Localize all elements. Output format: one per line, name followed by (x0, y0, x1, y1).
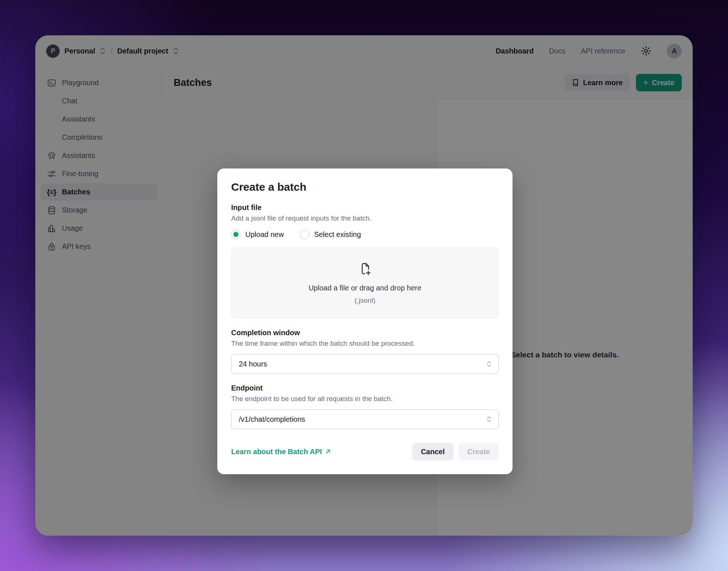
radio-upload-new[interactable]: Upload new (231, 230, 284, 239)
radio-circle-icon (231, 230, 241, 239)
completion-window-description: The time frame within which the batch sh… (231, 340, 499, 348)
input-file-label: Input file (231, 203, 499, 212)
modal-title: Create a batch (231, 181, 499, 193)
dropzone-text: Upload a file or drag and drop here (308, 284, 421, 292)
batch-api-docs-link[interactable]: Learn about the Batch API (231, 448, 331, 456)
file-dropzone[interactable]: Upload a file or drag and drop here (.js… (231, 247, 499, 318)
completion-window-section: Completion window The time frame within … (231, 329, 499, 374)
endpoint-label: Endpoint (231, 384, 499, 392)
completion-window-select[interactable]: 24 hours (231, 354, 499, 374)
endpoint-section: Endpoint The endpoint to be used for all… (231, 384, 499, 429)
cancel-button[interactable]: Cancel (412, 443, 454, 460)
input-file-section: Input file Add a jsonl file of request i… (231, 203, 499, 318)
chevron-updown-icon (486, 415, 492, 423)
file-plus-icon (357, 261, 373, 277)
endpoint-description: The endpoint to be used for all requests… (231, 395, 499, 403)
radio-select-existing[interactable]: Select existing (300, 230, 361, 239)
dropzone-filetype: (.jsonl) (355, 297, 375, 305)
create-batch-modal: Create a batch Input file Add a jsonl fi… (217, 168, 513, 474)
app-window: P Personal / Default project Dashboard D… (35, 35, 693, 536)
chevron-updown-icon (486, 360, 492, 368)
external-link-icon (325, 448, 331, 455)
endpoint-select[interactable]: /v1/chat/completions (231, 409, 499, 429)
radio-circle-icon (300, 230, 309, 239)
completion-window-label: Completion window (231, 329, 499, 337)
create-button[interactable]: Create (459, 443, 499, 460)
input-file-description: Add a jsonl file of request inputs for t… (231, 214, 499, 222)
